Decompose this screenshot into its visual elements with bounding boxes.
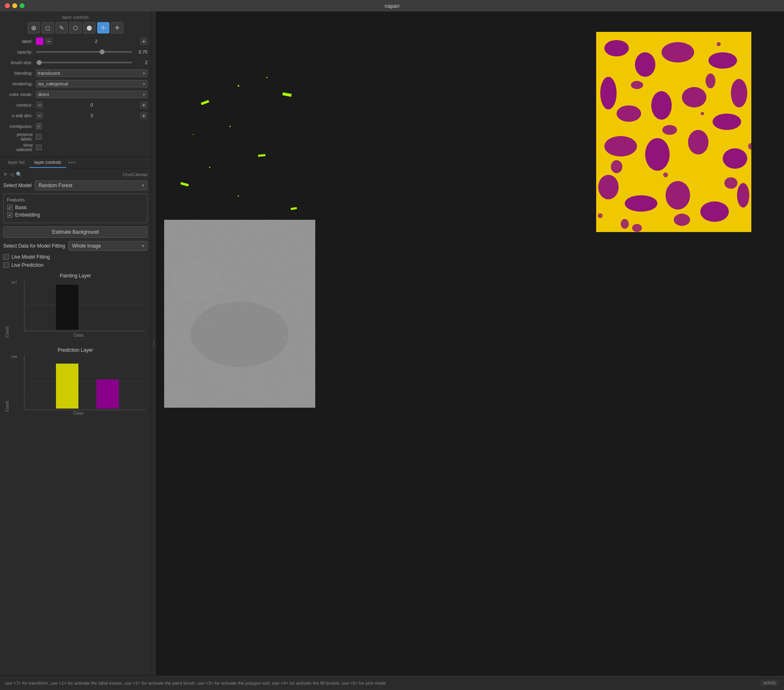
polygon-icon: ⬡ <box>73 25 78 31</box>
contiguous-checkbox[interactable] <box>36 123 42 129</box>
statusbar: use <7> for transform, use <1> for activ… <box>0 675 784 690</box>
label-plus-btn[interactable]: + <box>140 38 147 45</box>
features-box: Features ✓ Basic ✓ Embedding <box>3 194 147 223</box>
rendering-label: rendering: <box>3 81 36 86</box>
move-tool-btn[interactable]: ✛ <box>111 22 123 33</box>
n-edit-dim-row: n edit dim: − 3 + <box>3 111 147 120</box>
brush-tool-btn[interactable]: ✎ <box>56 22 68 33</box>
label-color-swatch[interactable] <box>36 38 43 45</box>
window-controls <box>5 3 24 8</box>
label-minus-btn[interactable]: − <box>45 38 52 45</box>
rendering-select[interactable]: iso_categorical <box>36 80 147 87</box>
expand-panel-btn[interactable]: ◁ <box>10 172 13 177</box>
preserve-labels-control <box>36 134 147 140</box>
svg-point-32 <box>604 136 637 156</box>
polygon-tool-btn[interactable]: ⬡ <box>69 22 82 33</box>
prediction-x-axis-label: Class <box>11 411 146 415</box>
contour-control: − 0 + <box>36 101 147 109</box>
preserve-labels-row: preservelabels: <box>3 132 147 141</box>
contour-minus-btn[interactable]: − <box>36 101 43 109</box>
blending-control: translucent <box>36 69 147 77</box>
tab-bar: layer list layer controls <box>0 157 151 168</box>
sep-dot-3 <box>153 345 154 346</box>
erase-icon: ◻ <box>45 25 50 31</box>
blending-row: blending: translucent <box>3 69 147 78</box>
erase-tool-btn[interactable]: ◻ <box>42 22 54 33</box>
blending-select[interactable]: translucent <box>36 69 147 77</box>
toolbar-row: ⊕ ◻ ✎ ⬡ ⬤ ✛ ✛ <box>3 22 147 33</box>
brush-size-slider[interactable] <box>36 62 132 63</box>
scatter-dot-2 <box>238 85 239 87</box>
svg-point-46 <box>674 214 690 226</box>
transform-tool-btn[interactable]: ⊕ <box>28 22 40 33</box>
show-selected-checkbox[interactable] <box>36 145 42 150</box>
painting-chart-inner: 1e7 0 <box>11 280 146 337</box>
layer-list-tab[interactable]: layer list <box>3 157 29 168</box>
panel-separator[interactable] <box>151 11 156 675</box>
n-edit-dim-label: n edit dim: <box>3 113 36 118</box>
contour-plus-btn[interactable]: + <box>140 101 147 109</box>
svg-point-24 <box>662 42 694 63</box>
transform-icon: ⊕ <box>31 24 36 32</box>
live-model-fitting-row: Live Model Fitting <box>3 254 147 260</box>
estimate-background-btn[interactable]: Estimate Background <box>3 226 147 238</box>
select-data-label: Select Data for Model Fitting <box>3 243 65 249</box>
color-mode-label: color mode: <box>3 92 36 97</box>
pick-tool-btn[interactable]: ✛ <box>97 22 109 33</box>
fill-icon: ⬤ <box>87 25 92 31</box>
n-edit-dim-value: 3 <box>43 113 140 118</box>
cryocanvas-panel-header: ✕ ◁ 🔍 CryoCanvas <box>3 172 147 177</box>
svg-point-44 <box>611 160 622 173</box>
layer-controls-tab[interactable]: layer controls <box>29 157 66 168</box>
fill-tool-btn[interactable]: ⬤ <box>83 22 96 33</box>
n-edit-dim-plus-btn[interactable]: + <box>140 112 147 119</box>
scatter-dot-3 <box>266 77 267 78</box>
label-label: label: <box>3 39 36 44</box>
svg-point-29 <box>651 91 672 120</box>
close-panel-btn[interactable]: ✕ <box>3 172 7 177</box>
svg-point-34 <box>688 130 708 154</box>
prediction-layer-chart-container: Prediction Layer Count 1e6 <box>3 346 147 413</box>
svg-point-35 <box>723 148 747 169</box>
search-panel-btn[interactable]: 🔍 <box>16 172 22 177</box>
select-model-label: Select Model <box>3 183 31 188</box>
layer-controls-section: layer controls ⊕ ◻ ✎ ⬡ ⬤ ✛ <box>0 11 151 157</box>
canvas-area[interactable] <box>156 11 784 675</box>
live-prediction-checkbox[interactable] <box>3 262 9 268</box>
svg-point-25 <box>708 52 737 69</box>
minimize-button[interactable] <box>12 3 17 8</box>
brush-size-control: 2 <box>36 60 147 65</box>
feature-embedding-item: ✓ Embedding <box>7 212 144 218</box>
n-edit-dim-minus-btn[interactable]: − <box>36 112 43 119</box>
maximize-button[interactable] <box>20 3 24 8</box>
svg-point-22 <box>604 40 629 56</box>
svg-point-26 <box>731 79 747 107</box>
brush-icon: ✎ <box>59 25 64 31</box>
svg-point-49 <box>717 42 721 46</box>
tab-dots <box>66 157 78 168</box>
feature-embedding-checkbox[interactable]: ✓ <box>7 212 13 218</box>
painting-layer-chart-wrap: Count 1e7 <box>5 280 146 337</box>
feature-basic-checkbox[interactable]: ✓ <box>7 205 13 210</box>
pick-icon: ✛ <box>101 25 106 31</box>
titlebar: napari <box>0 0 784 11</box>
brush-size-row: brush size: 2 <box>3 58 147 67</box>
svg-point-48 <box>621 219 629 229</box>
svg-point-42 <box>706 74 715 88</box>
model-select[interactable]: Random Forest <box>35 181 147 190</box>
preserve-labels-checkbox[interactable] <box>36 134 42 140</box>
tab-dot-2 <box>71 162 73 163</box>
color-mode-select[interactable]: direct <box>36 91 147 98</box>
live-model-fitting-checkbox[interactable] <box>3 254 9 260</box>
svg-point-38 <box>666 181 690 210</box>
prediction-image <box>596 32 751 232</box>
svg-point-40 <box>737 183 749 208</box>
opacity-slider[interactable] <box>36 51 132 53</box>
select-data-select[interactable]: Whole Image <box>68 241 147 251</box>
sep-dot-2 <box>153 343 154 344</box>
model-dropdown-wrap: Random Forest <box>35 181 147 190</box>
close-button[interactable] <box>5 3 10 8</box>
features-title: Features <box>7 197 144 202</box>
svg-point-30 <box>682 87 706 107</box>
svg-point-50 <box>663 172 668 177</box>
